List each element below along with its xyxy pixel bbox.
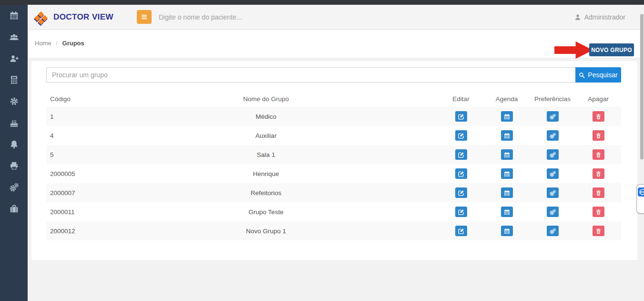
cogs-icon (550, 228, 556, 234)
groups-table: Código Nome do Grupo Editar Agenda Prefe… (46, 91, 621, 240)
calculator-icon (10, 75, 19, 84)
column-header-editar: Editar (438, 91, 484, 107)
table-row: 2000005 Henrique (46, 164, 621, 183)
briefcase-icon (10, 204, 19, 213)
preferences-button[interactable] (547, 168, 559, 179)
group-search-input[interactable] (46, 67, 575, 83)
table-row: 4 Auxiliar (46, 126, 621, 145)
brand-diamond-icon (34, 11, 48, 24)
sidebar-item-notifications[interactable] (0, 134, 28, 155)
scrollbar-thumb[interactable] (640, 14, 644, 159)
trash-icon (595, 171, 602, 177)
sidebar-item-print[interactable] (0, 155, 28, 176)
cell-codigo: 5 (46, 145, 94, 164)
groups-card: Pesquisar Código Nome do Grupo Editar Ag… (31, 61, 637, 260)
delete-button[interactable] (593, 226, 604, 236)
breadcrumb-current: Grupos (62, 40, 84, 47)
table-row: 5 Sala 1 (46, 145, 621, 164)
calendar-icon (504, 171, 510, 177)
cell-nome: Novo Grupo 1 (94, 221, 438, 240)
new-group-button[interactable]: NOVO GRUPO (589, 43, 634, 56)
cell-codigo: 2000012 (46, 221, 94, 240)
calendar-icon (504, 152, 510, 158)
sidebar-item-calendar[interactable] (0, 5, 28, 26)
preferences-button[interactable] (547, 187, 559, 198)
cell-codigo: 4 (46, 126, 94, 145)
system-cogs-icon (10, 183, 19, 192)
groups-table-wrap: Código Nome do Grupo Editar Agenda Prefe… (46, 91, 621, 240)
preferences-button[interactable] (547, 207, 559, 217)
delete-button[interactable] (593, 111, 604, 122)
agenda-button[interactable] (501, 130, 513, 141)
preferences-button[interactable] (547, 226, 559, 236)
edit-button[interactable] (455, 149, 467, 160)
person-icon (574, 14, 581, 21)
agenda-button[interactable] (501, 149, 513, 160)
edit-button[interactable] (455, 111, 467, 122)
edit-icon (458, 114, 464, 120)
agenda-button[interactable] (501, 187, 513, 198)
delete-button[interactable] (593, 130, 604, 141)
cell-nome: Grupo Teste (94, 202, 438, 221)
settings-gear-icon (10, 97, 19, 106)
breadcrumb-bar: Home / Grupos NOVO GRUPO (28, 30, 640, 58)
delete-button[interactable] (593, 149, 604, 160)
scrollbar[interactable] (640, 5, 644, 301)
edit-icon (458, 209, 464, 215)
cell-codigo: 2000007 (46, 183, 94, 202)
search-icon (579, 72, 585, 78)
breadcrumb: Home / Grupos (35, 40, 84, 47)
edit-button[interactable] (455, 207, 467, 217)
sidebar-item-settings[interactable] (0, 91, 28, 112)
browser-top-strip (0, 0, 644, 5)
brand-logo[interactable]: DOCTOR VIEW (34, 11, 127, 23)
remote-support-tab[interactable] (636, 184, 644, 214)
column-header-agenda: Agenda (484, 91, 530, 107)
breadcrumb-home-link[interactable]: Home (35, 40, 51, 47)
edit-button[interactable] (455, 168, 467, 179)
birthday-cake-icon (10, 118, 19, 127)
preferences-button[interactable] (547, 111, 559, 122)
cell-codigo: 2000011 (46, 202, 94, 221)
delete-button[interactable] (593, 168, 604, 179)
agenda-button[interactable] (501, 168, 513, 179)
trash-icon (595, 190, 602, 196)
sidebar-item-billing[interactable] (0, 69, 28, 91)
edit-icon (458, 152, 464, 158)
patient-search-input[interactable] (159, 13, 359, 21)
sidebar-item-birthdays[interactable] (0, 112, 28, 134)
sidebar-toggle-button[interactable] (137, 10, 152, 24)
sidebar (0, 5, 28, 301)
brand-text: DOCTOR VIEW (53, 12, 113, 22)
edit-button[interactable] (455, 130, 467, 141)
cell-codigo: 2000005 (46, 164, 94, 183)
delete-button[interactable] (593, 207, 604, 217)
sidebar-item-add-user[interactable] (0, 48, 28, 69)
search-button[interactable]: Pesquisar (575, 67, 621, 83)
delete-button[interactable] (593, 187, 604, 198)
preferences-button[interactable] (547, 130, 559, 141)
agenda-button[interactable] (501, 207, 513, 217)
sidebar-item-groups[interactable] (0, 26, 28, 48)
agenda-button[interactable] (501, 226, 513, 236)
sidebar-item-system-settings[interactable] (0, 176, 28, 198)
edit-button[interactable] (455, 226, 467, 236)
user-menu[interactable]: Administrador (574, 13, 625, 21)
agenda-button[interactable] (501, 111, 513, 122)
trash-icon (595, 133, 602, 139)
trash-icon (595, 228, 602, 234)
trash-icon (595, 152, 602, 158)
cogs-icon (550, 209, 556, 215)
group-search-bar: Pesquisar (46, 67, 621, 83)
cell-nome: Médico (94, 107, 438, 126)
table-row: 2000007 Refeitorios (46, 183, 621, 202)
edit-icon (458, 190, 464, 196)
cogs-icon (550, 171, 556, 177)
search-button-label: Pesquisar (588, 71, 617, 79)
annotation-red-arrow (554, 41, 593, 59)
calendar-icon (10, 11, 19, 20)
remote-support-icon (638, 187, 644, 197)
sidebar-item-briefcase[interactable] (0, 198, 28, 219)
preferences-button[interactable] (547, 149, 559, 160)
edit-button[interactable] (455, 187, 467, 198)
